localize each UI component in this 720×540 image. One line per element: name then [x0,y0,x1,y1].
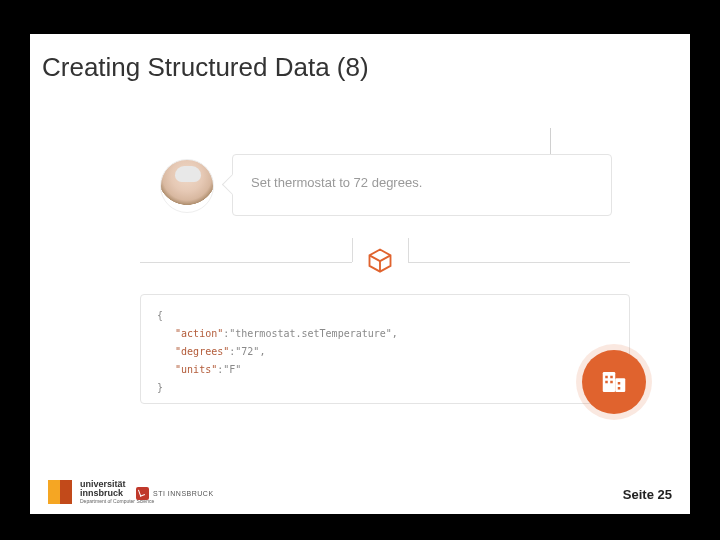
svg-rect-6 [618,382,621,385]
svg-rect-1 [615,378,625,392]
connector-line-left [140,262,352,263]
sti-label: STI INNSBRUCK [153,490,214,497]
pipeline-connector [140,238,630,288]
sti-mark-icon [136,487,149,500]
connector-top [550,128,551,154]
slide-footer: universität innsbruck Department of Comp… [30,470,690,514]
user-avatar [160,159,214,213]
building-icon [599,367,629,397]
speech-bubble: Set thermostat to 72 degrees. [232,154,612,216]
page-number: Seite 25 [623,487,672,502]
code-val: "72" [235,346,259,357]
user-utterance: Set thermostat to 72 degrees. [251,175,422,190]
json-output-card: { "action":"thermostat.setTemperature", … [140,294,630,404]
code-line: } [157,382,163,393]
page-prefix: Seite [623,487,658,502]
code-val: "thermostat.setTemperature" [229,328,392,339]
code-line: { [157,310,163,321]
sti-logo: STI INNSBRUCK [136,487,214,500]
code-comma: , [259,346,265,357]
svg-rect-4 [605,381,608,384]
code-key: "action" [175,328,223,339]
university-mark-icon [48,480,60,504]
code-val: "F" [223,364,241,375]
code-key: "units" [175,364,217,375]
code-key: "degrees" [175,346,229,357]
connector-tick-left [352,238,353,262]
chat-row: Set thermostat to 72 degrees. [160,154,620,224]
slide-title: Creating Structured Data (8) [42,52,369,83]
device-badge [582,350,646,414]
svg-rect-0 [603,372,616,392]
svg-rect-2 [605,376,608,379]
package-icon [366,246,394,274]
code-comma: , [392,328,398,339]
connector-tick-right [408,238,409,262]
slide: Creating Structured Data (8) Set thermos… [30,34,690,514]
svg-rect-3 [610,376,613,379]
connector-line-right [408,262,630,263]
page-number-value: 25 [658,487,672,502]
svg-rect-5 [610,381,613,384]
svg-rect-7 [618,387,621,390]
